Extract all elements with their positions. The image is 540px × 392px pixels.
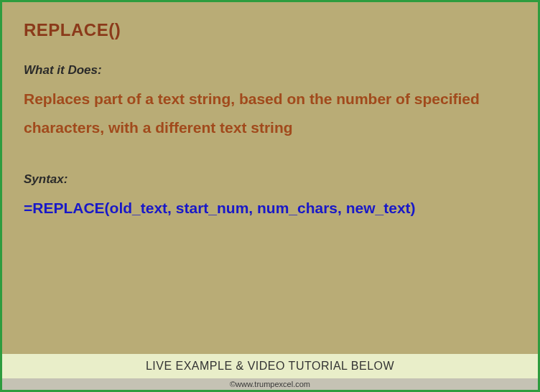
syntax-label: Syntax: — [24, 172, 516, 187]
what-it-does-label: What it Does: — [24, 63, 516, 78]
content-area: REPLACE() What it Does: Replaces part of… — [2, 2, 538, 354]
document-card: REPLACE() What it Does: Replaces part of… — [0, 0, 540, 392]
function-description: Replaces part of a text string, based on… — [24, 85, 516, 142]
syntax-formula: =REPLACE(old_text, start_num, num_chars,… — [24, 194, 516, 223]
function-title: REPLACE() — [24, 20, 516, 40]
footer-banner: LIVE EXAMPLE & VIDEO TUTORIAL BELOW — [2, 354, 538, 378]
attribution-text: ©www.trumpexcel.com — [2, 378, 538, 390]
